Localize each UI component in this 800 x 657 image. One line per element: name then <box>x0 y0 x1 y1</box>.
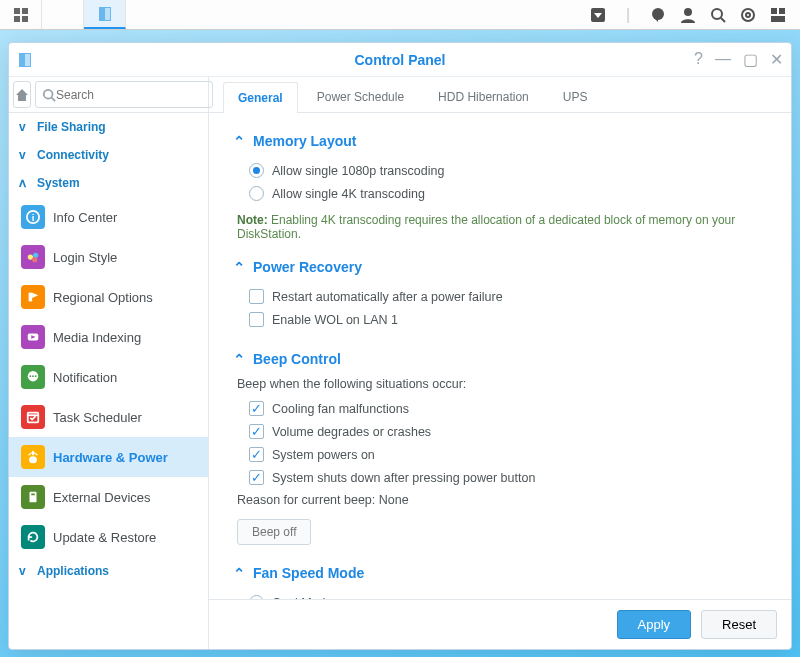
sidebar-item-info-center[interactable]: iInfo Center <box>9 197 208 237</box>
sidebar: vFile Sharing vConnectivity ʌSystem iInf… <box>9 77 209 649</box>
divider: | <box>618 5 638 25</box>
section-system[interactable]: ʌSystem <box>9 169 208 197</box>
radio-1080p[interactable]: Allow single 1080p transcoding <box>233 159 767 182</box>
svg-rect-19 <box>25 54 30 66</box>
checkbox-icon: ✓ <box>249 470 264 485</box>
svg-point-33 <box>30 375 32 377</box>
svg-point-10 <box>684 8 692 16</box>
widgets-icon[interactable] <box>738 5 758 25</box>
svg-rect-16 <box>779 8 785 14</box>
svg-rect-36 <box>28 413 39 423</box>
group-memory-layout[interactable]: ⌄Memory Layout <box>233 133 767 149</box>
checkbox-icon: ✓ <box>249 401 264 416</box>
radio-icon <box>249 595 264 599</box>
window-title: Control Panel <box>354 52 445 68</box>
radio-4k[interactable]: Allow single 4K transcoding <box>233 182 767 205</box>
checkbox-icon <box>249 312 264 327</box>
close-icon[interactable]: ✕ <box>770 50 783 69</box>
window-icon <box>17 52 33 68</box>
footer: Apply Reset <box>209 599 791 649</box>
svg-point-27 <box>32 257 37 262</box>
radio-icon <box>249 163 264 178</box>
radio-icon <box>249 186 264 201</box>
svg-rect-1 <box>22 8 28 14</box>
user-icon[interactable] <box>678 5 698 25</box>
memory-note: Note: Enabling 4K transcoding requires t… <box>237 213 767 241</box>
sidebar-item-regional[interactable]: Regional Options <box>9 277 208 317</box>
apply-button[interactable]: Apply <box>617 610 692 639</box>
reset-button[interactable]: Reset <box>701 610 777 639</box>
radio-cool-mode[interactable]: Cool Mode <box>233 591 767 599</box>
svg-line-12 <box>721 18 725 22</box>
tab-ups[interactable]: UPS <box>548 81 603 112</box>
taskbar-apps-button[interactable] <box>0 0 42 29</box>
section-applications[interactable]: vApplications <box>9 557 208 585</box>
svg-point-38 <box>29 456 37 463</box>
chk-restart-auto[interactable]: Restart automatically after a power fail… <box>233 285 767 308</box>
control-panel-window: Control Panel ? — ▢ ✕ vFile Sharing vCon… <box>8 42 792 650</box>
chevron-down-icon: v <box>19 564 31 578</box>
minimize-icon[interactable]: — <box>715 50 731 69</box>
svg-rect-3 <box>22 16 28 22</box>
beep-off-button[interactable]: Beep off <box>237 519 311 545</box>
sidebar-item-update-restore[interactable]: Update & Restore <box>9 517 208 557</box>
group-beep-control[interactable]: ⌄Beep Control <box>233 351 767 367</box>
tab-bar: General Power Schedule HDD Hibernation U… <box>209 77 791 113</box>
tab-hdd-hibernation[interactable]: HDD Hibernation <box>423 81 544 112</box>
chk-power-off[interactable]: ✓System shuts down after pressing power … <box>233 466 767 489</box>
svg-rect-0 <box>14 8 20 14</box>
svg-rect-28 <box>29 293 33 302</box>
section-file-sharing[interactable]: vFile Sharing <box>9 113 208 141</box>
tab-power-schedule[interactable]: Power Schedule <box>302 81 419 112</box>
svg-text:i: i <box>32 212 35 223</box>
chk-fan-malfunction[interactable]: ✓Cooling fan malfunctions <box>233 397 767 420</box>
svg-point-34 <box>32 375 34 377</box>
group-power-recovery[interactable]: ⌄Power Recovery <box>233 259 767 275</box>
tab-general[interactable]: General <box>223 82 298 113</box>
chevron-up-icon: ⌄ <box>233 133 245 149</box>
sidebar-item-notification[interactable]: Notification <box>9 357 208 397</box>
svg-rect-40 <box>30 492 37 503</box>
chk-power-on[interactable]: ✓System powers on <box>233 443 767 466</box>
taskbar-control-panel[interactable] <box>84 0 126 29</box>
os-taskbar: | <box>0 0 800 30</box>
checkbox-icon <box>249 289 264 304</box>
chk-wol[interactable]: Enable WOL on LAN 1 <box>233 308 767 331</box>
settings-pane[interactable]: ⌄Memory Layout Allow single 1080p transc… <box>209 113 791 599</box>
group-fan-speed[interactable]: ⌄Fan Speed Mode <box>233 565 767 581</box>
svg-rect-2 <box>14 16 20 22</box>
section-connectivity[interactable]: vConnectivity <box>9 141 208 169</box>
sidebar-item-media-indexing[interactable]: Media Indexing <box>9 317 208 357</box>
svg-marker-20 <box>16 89 28 101</box>
svg-point-26 <box>33 253 38 258</box>
svg-point-11 <box>712 9 722 19</box>
checkbox-icon: ✓ <box>249 424 264 439</box>
chevron-down-icon: v <box>19 148 31 162</box>
sidebar-item-hardware-power[interactable]: Hardware & Power <box>9 437 208 477</box>
svg-marker-9 <box>655 19 658 22</box>
checkbox-icon: ✓ <box>249 447 264 462</box>
download-icon[interactable] <box>588 5 608 25</box>
svg-point-14 <box>746 13 750 17</box>
search-field[interactable] <box>35 81 213 108</box>
svg-rect-17 <box>771 16 785 22</box>
svg-point-13 <box>742 9 754 21</box>
beep-intro: Beep when the following situations occur… <box>237 377 767 391</box>
sidebar-item-external-devices[interactable]: External Devices <box>9 477 208 517</box>
chevron-down-icon: v <box>19 120 31 134</box>
sidebar-item-task-scheduler[interactable]: Task Scheduler <box>9 397 208 437</box>
taskbar-blank[interactable] <box>42 0 84 29</box>
layout-icon[interactable] <box>768 5 788 25</box>
svg-rect-5 <box>105 8 110 20</box>
chat-icon[interactable] <box>648 5 668 25</box>
chk-volume-degrade[interactable]: ✓Volume degrades or crashes <box>233 420 767 443</box>
search-icon[interactable] <box>708 5 728 25</box>
help-icon[interactable]: ? <box>694 50 703 69</box>
maximize-icon[interactable]: ▢ <box>743 50 758 69</box>
chevron-up-icon: ⌄ <box>233 565 245 581</box>
svg-point-8 <box>652 8 664 20</box>
sidebar-item-login-style[interactable]: Login Style <box>9 237 208 277</box>
home-button[interactable] <box>13 81 31 108</box>
search-input[interactable] <box>56 88 206 102</box>
beep-reason: Reason for current beep: None <box>237 493 767 507</box>
